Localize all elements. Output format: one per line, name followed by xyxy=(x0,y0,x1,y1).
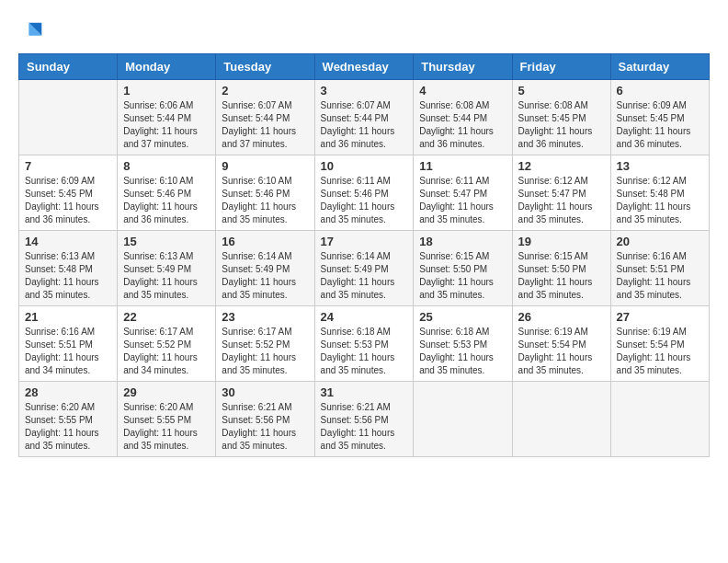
cell-info: Sunrise: 6:18 AMSunset: 5:53 PMDaylight:… xyxy=(419,326,506,377)
calendar-cell: 22Sunrise: 6:17 AMSunset: 5:52 PMDayligh… xyxy=(118,306,216,382)
cell-info: Sunrise: 6:15 AMSunset: 5:50 PMDaylight:… xyxy=(518,250,605,302)
day-number: 5 xyxy=(518,84,605,98)
day-number: 31 xyxy=(321,385,408,399)
calendar-week-row: 21Sunrise: 6:16 AMSunset: 5:51 PMDayligh… xyxy=(19,306,710,382)
calendar-cell: 24Sunrise: 6:18 AMSunset: 5:53 PMDayligh… xyxy=(314,306,414,382)
calendar-week-row: 14Sunrise: 6:13 AMSunset: 5:48 PMDayligh… xyxy=(19,231,710,306)
calendar-week-row: 7Sunrise: 6:09 AMSunset: 5:45 PMDaylight… xyxy=(19,155,710,231)
calendar-cell: 7Sunrise: 6:09 AMSunset: 5:45 PMDaylight… xyxy=(19,155,118,231)
calendar-cell xyxy=(512,382,610,457)
calendar-cell: 2Sunrise: 6:07 AMSunset: 5:44 PMDaylight… xyxy=(216,80,314,155)
day-number: 3 xyxy=(321,84,408,98)
cell-info: Sunrise: 6:16 AMSunset: 5:51 PMDaylight:… xyxy=(617,250,703,302)
day-number: 12 xyxy=(518,159,605,173)
cell-info: Sunrise: 6:13 AMSunset: 5:48 PMDaylight:… xyxy=(25,250,111,302)
day-number: 26 xyxy=(518,310,605,324)
calendar-cell: 3Sunrise: 6:07 AMSunset: 5:44 PMDaylight… xyxy=(314,80,414,155)
cell-info: Sunrise: 6:18 AMSunset: 5:53 PMDaylight:… xyxy=(321,326,408,377)
cell-info: Sunrise: 6:12 AMSunset: 5:47 PMDaylight:… xyxy=(518,175,605,226)
day-number: 19 xyxy=(518,235,605,248)
calendar-cell: 11Sunrise: 6:11 AMSunset: 5:47 PMDayligh… xyxy=(414,155,512,231)
calendar-week-row: 28Sunrise: 6:20 AMSunset: 5:55 PMDayligh… xyxy=(19,382,710,457)
day-number: 22 xyxy=(123,310,210,324)
cell-info: Sunrise: 6:07 AMSunset: 5:44 PMDaylight:… xyxy=(321,99,408,151)
day-number: 29 xyxy=(123,385,210,399)
calendar-cell: 4Sunrise: 6:08 AMSunset: 5:44 PMDaylight… xyxy=(414,80,512,155)
calendar-cell: 16Sunrise: 6:14 AMSunset: 5:49 PMDayligh… xyxy=(216,231,314,306)
calendar-cell: 8Sunrise: 6:10 AMSunset: 5:46 PMDaylight… xyxy=(118,155,216,231)
calendar-header-row: SundayMondayTuesdayWednesdayThursdayFrid… xyxy=(19,54,710,80)
calendar-week-row: 1Sunrise: 6:06 AMSunset: 5:44 PMDaylight… xyxy=(19,80,710,155)
day-number: 6 xyxy=(617,84,703,98)
day-number: 17 xyxy=(321,235,408,248)
cell-info: Sunrise: 6:08 AMSunset: 5:45 PMDaylight:… xyxy=(518,99,605,151)
cell-info: Sunrise: 6:19 AMSunset: 5:54 PMDaylight:… xyxy=(617,326,703,377)
calendar-cell: 17Sunrise: 6:14 AMSunset: 5:49 PMDayligh… xyxy=(314,231,414,306)
cell-info: Sunrise: 6:10 AMSunset: 5:46 PMDaylight:… xyxy=(222,175,308,226)
calendar-cell: 21Sunrise: 6:16 AMSunset: 5:51 PMDayligh… xyxy=(19,306,118,382)
calendar-cell: 18Sunrise: 6:15 AMSunset: 5:50 PMDayligh… xyxy=(414,231,512,306)
cell-info: Sunrise: 6:07 AMSunset: 5:44 PMDaylight:… xyxy=(222,99,308,151)
weekday-header: Thursday xyxy=(414,54,512,80)
cell-info: Sunrise: 6:10 AMSunset: 5:46 PMDaylight:… xyxy=(123,175,210,226)
day-number: 14 xyxy=(25,235,111,248)
calendar-cell: 29Sunrise: 6:20 AMSunset: 5:55 PMDayligh… xyxy=(118,382,216,457)
day-number: 25 xyxy=(419,310,506,324)
cell-info: Sunrise: 6:14 AMSunset: 5:49 PMDaylight:… xyxy=(222,250,308,302)
calendar-cell: 15Sunrise: 6:13 AMSunset: 5:49 PMDayligh… xyxy=(118,231,216,306)
cell-info: Sunrise: 6:17 AMSunset: 5:52 PMDaylight:… xyxy=(123,326,210,377)
day-number: 15 xyxy=(123,235,210,248)
day-number: 18 xyxy=(419,235,506,248)
calendar-cell: 20Sunrise: 6:16 AMSunset: 5:51 PMDayligh… xyxy=(610,231,709,306)
cell-info: Sunrise: 6:19 AMSunset: 5:54 PMDaylight:… xyxy=(518,326,605,377)
weekday-header: Monday xyxy=(118,54,216,80)
cell-info: Sunrise: 6:08 AMSunset: 5:44 PMDaylight:… xyxy=(419,99,506,151)
weekday-header: Sunday xyxy=(19,54,118,80)
calendar-cell: 1Sunrise: 6:06 AMSunset: 5:44 PMDaylight… xyxy=(118,80,216,155)
calendar-cell: 25Sunrise: 6:18 AMSunset: 5:53 PMDayligh… xyxy=(414,306,512,382)
day-number: 27 xyxy=(617,310,703,324)
calendar-cell: 6Sunrise: 6:09 AMSunset: 5:45 PMDaylight… xyxy=(610,80,709,155)
day-number: 1 xyxy=(123,84,210,98)
day-number: 30 xyxy=(222,385,308,399)
day-number: 24 xyxy=(321,310,408,324)
calendar-table: SundayMondayTuesdayWednesdayThursdayFrid… xyxy=(18,53,710,457)
logo xyxy=(18,18,46,44)
cell-info: Sunrise: 6:12 AMSunset: 5:48 PMDaylight:… xyxy=(617,175,703,226)
calendar-cell: 14Sunrise: 6:13 AMSunset: 5:48 PMDayligh… xyxy=(19,231,118,306)
cell-info: Sunrise: 6:11 AMSunset: 5:47 PMDaylight:… xyxy=(419,175,506,226)
weekday-header: Tuesday xyxy=(216,54,314,80)
day-number: 7 xyxy=(25,159,111,173)
day-number: 4 xyxy=(419,84,506,98)
day-number: 20 xyxy=(617,235,703,248)
weekday-header: Friday xyxy=(512,54,610,80)
day-number: 23 xyxy=(222,310,308,324)
calendar-cell: 12Sunrise: 6:12 AMSunset: 5:47 PMDayligh… xyxy=(512,155,610,231)
cell-info: Sunrise: 6:14 AMSunset: 5:49 PMDaylight:… xyxy=(321,250,408,302)
calendar-cell: 13Sunrise: 6:12 AMSunset: 5:48 PMDayligh… xyxy=(610,155,709,231)
day-number: 9 xyxy=(222,159,308,173)
cell-info: Sunrise: 6:20 AMSunset: 5:55 PMDaylight:… xyxy=(123,401,210,453)
calendar-cell xyxy=(414,382,512,457)
calendar-cell: 26Sunrise: 6:19 AMSunset: 5:54 PMDayligh… xyxy=(512,306,610,382)
calendar-cell: 27Sunrise: 6:19 AMSunset: 5:54 PMDayligh… xyxy=(610,306,709,382)
cell-info: Sunrise: 6:17 AMSunset: 5:52 PMDaylight:… xyxy=(222,326,308,377)
calendar-cell: 10Sunrise: 6:11 AMSunset: 5:46 PMDayligh… xyxy=(314,155,414,231)
calendar-cell: 23Sunrise: 6:17 AMSunset: 5:52 PMDayligh… xyxy=(216,306,314,382)
calendar-cell: 9Sunrise: 6:10 AMSunset: 5:46 PMDaylight… xyxy=(216,155,314,231)
cell-info: Sunrise: 6:09 AMSunset: 5:45 PMDaylight:… xyxy=(25,175,111,226)
cell-info: Sunrise: 6:16 AMSunset: 5:51 PMDaylight:… xyxy=(25,326,111,377)
cell-info: Sunrise: 6:13 AMSunset: 5:49 PMDaylight:… xyxy=(123,250,210,302)
page-header xyxy=(18,18,710,44)
calendar-cell: 31Sunrise: 6:21 AMSunset: 5:56 PMDayligh… xyxy=(314,382,414,457)
day-number: 2 xyxy=(222,84,308,98)
calendar-cell: 5Sunrise: 6:08 AMSunset: 5:45 PMDaylight… xyxy=(512,80,610,155)
day-number: 16 xyxy=(222,235,308,248)
calendar-cell: 19Sunrise: 6:15 AMSunset: 5:50 PMDayligh… xyxy=(512,231,610,306)
day-number: 21 xyxy=(25,310,111,324)
cell-info: Sunrise: 6:21 AMSunset: 5:56 PMDaylight:… xyxy=(321,401,408,453)
logo-text xyxy=(18,18,46,44)
cell-info: Sunrise: 6:15 AMSunset: 5:50 PMDaylight:… xyxy=(419,250,506,302)
weekday-header: Saturday xyxy=(610,54,709,80)
cell-info: Sunrise: 6:09 AMSunset: 5:45 PMDaylight:… xyxy=(617,99,703,151)
